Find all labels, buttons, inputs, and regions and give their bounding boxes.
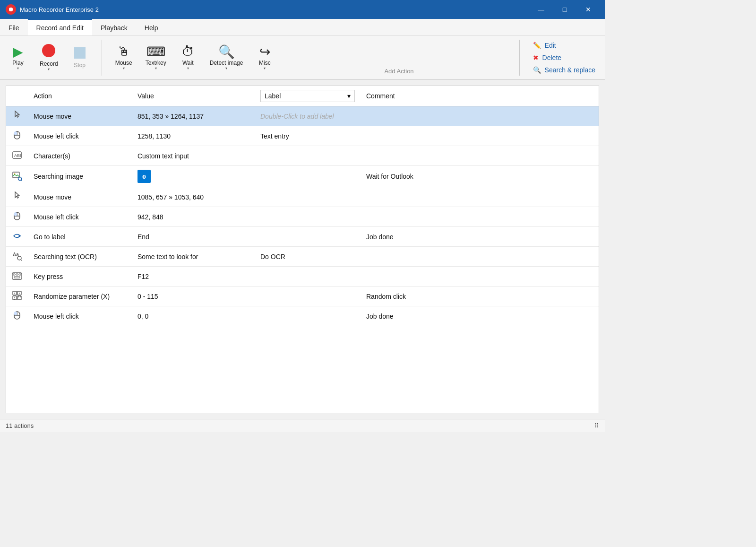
row-value: 1085, 657 » 1053, 640: [132, 187, 255, 207]
row-action: Mouse move: [28, 187, 132, 207]
textkey-button[interactable]: ⌨ Text/key ▾: [140, 43, 172, 73]
record-arrow: ▾: [48, 67, 50, 71]
col-header-icon: [6, 86, 28, 106]
row-comment: [361, 267, 599, 287]
mouse-icon: 🖱: [117, 45, 130, 59]
row-value: End: [132, 227, 255, 247]
textkey-icon: ⌨: [146, 45, 165, 59]
svg-rect-3: [14, 131, 17, 135]
table-row[interactable]: ABICharacter(s)Custom text input: [6, 146, 599, 166]
row-comment: Random click: [361, 287, 599, 306]
table-row[interactable]: Go to labelEndJob done: [6, 227, 599, 247]
svg-point-27: [19, 293, 20, 294]
misc-button[interactable]: ↪ Misc ▾: [250, 43, 279, 73]
row-icon: [6, 227, 28, 247]
row-comment: [361, 146, 599, 166]
misc-arrow: ▾: [264, 66, 266, 70]
status-text: 11 actions: [6, 422, 34, 429]
misc-icon: ↪: [259, 45, 270, 59]
menu-bar: File Record and Edit Playback Help: [0, 19, 605, 36]
row-label: [255, 267, 361, 287]
svg-rect-35: [14, 312, 17, 315]
row-label: [255, 287, 361, 306]
svg-point-30: [14, 297, 15, 298]
window-controls: — □ ✕: [530, 0, 599, 19]
delete-button[interactable]: ✖ Delete: [531, 53, 597, 62]
row-value: 851, 353 » 1264, 1137: [132, 106, 255, 126]
delete-label: Delete: [542, 54, 561, 61]
table-header-row: Action Value Label ▾ Comment: [6, 86, 599, 106]
minimize-button[interactable]: —: [530, 0, 552, 19]
svg-rect-21: [14, 277, 20, 278]
row-action: Character(s): [28, 146, 132, 166]
table-row[interactable]: Key pressF12: [6, 267, 599, 287]
row-label: Text entry: [255, 126, 361, 146]
stop-button[interactable]: Stop: [66, 44, 94, 71]
row-action: Mouse move: [28, 106, 132, 126]
mouse-button[interactable]: 🖱 Mouse ▾: [110, 43, 138, 73]
search-replace-label: Search & replace: [545, 66, 595, 74]
row-comment: [361, 247, 599, 267]
actions-table: Action Value Label ▾ Comment: [6, 86, 599, 326]
search-icon: 🔍: [533, 66, 541, 74]
row-label: [255, 306, 361, 326]
table-row[interactable]: Mouse left click1258, 1130Text entry: [6, 126, 599, 146]
menu-record-edit[interactable]: Record and Edit: [28, 19, 92, 35]
resize-handle: ⠿: [594, 422, 599, 429]
svg-rect-13: [14, 212, 17, 216]
menu-help[interactable]: Help: [136, 19, 167, 35]
toolbar-group-actions: 🖱 Mouse ▾ ⌨ Text/key ▾ ⏱ Wait ▾ 🔍 Detect…: [106, 38, 283, 78]
textkey-label: Text/key: [146, 60, 166, 66]
row-label: [255, 227, 361, 247]
row-label: Do OCR: [255, 247, 361, 267]
label-dropdown[interactable]: Label ▾: [260, 90, 355, 102]
row-value: 0 - 115: [132, 287, 255, 306]
row-action: Mouse left click: [28, 207, 132, 227]
record-icon: [42, 44, 55, 60]
toolbar-sep-2: [519, 40, 520, 76]
row-value: o: [132, 166, 255, 187]
row-label: [255, 166, 361, 187]
row-icon: [6, 187, 28, 207]
delete-icon: ✖: [533, 54, 539, 61]
dropdown-chevron: ▾: [347, 92, 351, 100]
svg-point-8: [18, 177, 22, 180]
row-icon: ABI: [6, 146, 28, 166]
play-icon: ▶: [13, 45, 23, 59]
row-icon: [6, 207, 28, 227]
table-row[interactable]: Mouse move1085, 657 » 1053, 640: [6, 187, 599, 207]
wait-label: Wait: [182, 60, 194, 66]
wait-button[interactable]: ⏱ Wait ▾: [174, 43, 202, 73]
detectimage-button[interactable]: 🔍 Detect image ▾: [204, 43, 249, 73]
menu-playback[interactable]: Playback: [92, 19, 136, 35]
table-row[interactable]: Mouse left click0, 0Job done: [6, 306, 599, 326]
row-comment: Wait for Outlook: [361, 166, 599, 187]
table-row[interactable]: Randomize parameter (X)0 - 115Random cli…: [6, 287, 599, 306]
col-header-label[interactable]: Label ▾: [255, 86, 361, 106]
toolbar-group-playback: ▶ Play ▾ Record ▾ Stop: [0, 38, 98, 78]
col-header-comment: Comment: [361, 86, 599, 106]
svg-rect-20: [19, 274, 21, 275]
edit-button[interactable]: ✏️ Edit: [531, 41, 597, 50]
row-label: [255, 187, 361, 207]
search-replace-button[interactable]: 🔍 Search & replace: [531, 65, 597, 75]
detectimage-label: Detect image: [210, 60, 243, 66]
col-header-value: Value: [132, 86, 255, 106]
maximize-button[interactable]: □: [554, 0, 576, 19]
row-comment: [361, 106, 599, 126]
record-button[interactable]: Record ▾: [34, 41, 64, 74]
table-row[interactable]: Mouse move851, 353 » 1264, 1137Double-Cl…: [6, 106, 599, 126]
textkey-arrow: ▾: [155, 66, 157, 70]
menu-file[interactable]: File: [0, 19, 28, 35]
table-row[interactable]: AaSearching text (OCR)Some text to look …: [6, 247, 599, 267]
app-icon: ⏺: [6, 4, 16, 15]
table-row[interactable]: Mouse left click942, 848: [6, 207, 599, 227]
row-icon: [6, 126, 28, 146]
table-row[interactable]: Searching imageoWait for Outlook: [6, 166, 599, 187]
stop-icon: [74, 47, 86, 61]
toolbar-right: ✏️ Edit ✖ Delete 🔍 Search & replace: [524, 38, 605, 78]
close-button[interactable]: ✕: [577, 0, 599, 19]
edit-label: Edit: [545, 42, 556, 49]
play-button[interactable]: ▶ Play ▾: [4, 43, 32, 73]
row-action: Mouse left click: [28, 306, 132, 326]
